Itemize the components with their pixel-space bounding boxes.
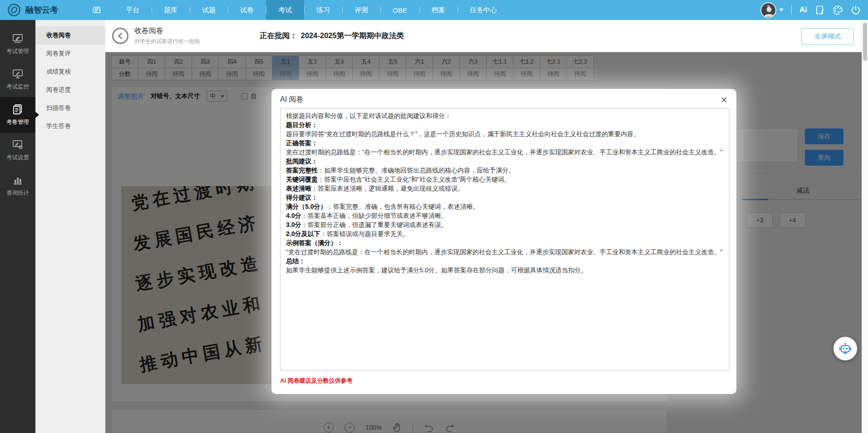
sidebar-item-label: 考试管理 [6,48,29,55]
nav-item[interactable]: 试题 [190,0,228,20]
sidebar-item-考卷管理[interactable]: 考卷管理 [0,97,35,133]
ai-suggestion-line: 答案完整性：如果学生能够完整、准确地回答出总路线的核心内容，应给予满分。 [286,166,724,175]
theme-palette-icon[interactable] [833,5,843,15]
nav-item[interactable]: 考试 [266,0,304,20]
brand-name: 融智云考 [25,5,58,15]
ai-suggestion-line: 根据题目内容和分值，以下是对该试题的批阅建议和得分： [286,111,724,120]
ai-assistant-icon[interactable]: Ai [799,5,807,15]
sidebar-item-考试管理[interactable]: 考试管理 [0,26,35,62]
primary-sidebar: 考试管理考试监控考卷管理考试设置查询统计 [0,20,35,433]
ai-suggestion-line: 满分（5.0分）：答案完整、准确，包含所有核心关键词，表述清晰。 [286,202,724,211]
ai-suggestion-line: 题目分析： [286,120,724,129]
ai-suggestion-line: 4.0分：答案基本正确，但缺少部分细节或表述不够清晰。 [286,211,724,220]
ai-suggestion-line: 示例答案（满分）： [286,238,724,247]
note-pen-icon[interactable] [815,5,825,15]
ai-suggestion-line: 关键词覆盖：答案中应包含“社会主义工业化”和“社会主义改造”两个核心关键词。 [286,175,724,184]
header-titles: 收卷阅卷 对学生的试卷进行统一批阅 [134,26,200,45]
nav-item[interactable]: 档案 [419,0,458,20]
ai-suggestion-line: “党在过渡时期的总路线是：在一个相当长的时期内，逐步实现国家的社会主义工业化，并… [286,247,724,256]
page-header: 收卷阅卷 对学生的试卷进行统一批阅 正在批阅： 2024-2025第一学期期中政… [105,20,868,52]
submenu-item-阅卷复评[interactable]: 阅卷复评 [35,44,105,63]
topbar-divider [791,5,792,15]
grading-exam-name: 2024-2025第一学期期中政法类 [301,31,404,41]
secondary-sidebar: 收卷阅卷阅卷复评成绩复核阅卷进度扫描答卷学生答卷 [35,20,105,433]
main-nav: 平台题库试题试卷考试练习评测OBE档案任务中心 [113,0,509,20]
logout-power-icon[interactable] [851,5,861,15]
back-button[interactable] [112,28,128,44]
avatar[interactable]: ? [760,2,776,18]
user-menu[interactable]: ? [760,2,784,18]
ai-robot-fab[interactable] [833,337,857,360]
paper-manage-icon [12,103,24,115]
ai-suggestion-line: 题目要求回答“党在过渡时期的总路线是什么？”，这是一个历史知识点，属于新民主主义… [286,129,724,138]
query-stats-icon [12,174,24,186]
ai-suggestion-line: 表述清晰：答案应表述清晰，逻辑通顺，避免出现歧义或错误。 [286,184,724,193]
ai-suggestion-line: 3.0分：答案部分正确，但遗漏了重要关键词或表述有误。 [286,220,724,229]
modal-title: AI 阅卷 [280,95,304,104]
submenu-item-扫描答卷[interactable]: 扫描答卷 [35,99,105,117]
fullscreen-button[interactable]: 全屏模式 [801,28,854,45]
sidebar-item-label: 考试设置 [6,154,29,162]
ai-suggestion-line: 正确答案： [286,138,724,148]
exam-manage-icon [12,33,24,44]
chevron-down-icon [779,9,784,11]
nav-item[interactable]: 评测 [342,0,380,20]
grading-label: 正在批阅： [260,31,297,41]
page-title: 收卷阅卷 [134,26,200,36]
brand-logo-icon [7,3,21,17]
ai-suggestion-line: 得分建议： [286,193,724,202]
close-icon[interactable]: × [721,95,727,104]
nav-item[interactable]: 试卷 [228,0,266,20]
nav-item[interactable]: OBE [380,0,419,20]
ai-suggestion-line: 2.0分及以下：答案错误或与题目要求无关。 [286,229,724,238]
scrollbar-thumb[interactable] [863,23,867,61]
ai-suggestion-line: 如果学生能够提供上述示例答案，建议给予满分5.0分。如果答案存在部分问题，可根据… [286,266,724,275]
current-grading: 正在批阅： 2024-2025第一学期期中政法类 [260,31,404,41]
sidebar-item-label: 考卷管理 [6,118,29,126]
submenu-item-成绩复核[interactable]: 成绩复核 [35,63,105,81]
submenu-item-学生答卷[interactable]: 学生答卷 [35,117,105,135]
nav-item[interactable]: 题库 [152,0,190,20]
sidebar-item-考试设置[interactable]: 考试设置 [0,133,35,168]
sidebar-item-查询统计[interactable]: 查询统计 [0,168,35,203]
topbar: 融智云考 平台题库试题试卷考试练习评测OBE档案任务中心 ? Ai [0,0,868,20]
sidebar-item-label: 考试监控 [6,83,29,91]
collapse-menu-icon[interactable] [93,6,101,14]
ai-suggestion-text[interactable]: 根据题目内容和分值，以下是对该试题的批阅建议和得分：题目分析：题目要求回答“党在… [280,108,730,370]
sidebar-item-label: 查询统计 [6,189,29,197]
exam-monitor-icon [12,68,24,80]
page-subtitle: 对学生的试卷进行统一批阅 [134,38,200,45]
ai-suggestion-line: 总结： [286,256,724,266]
ai-grading-modal: AI 阅卷 × 根据题目内容和分值，以下是对该试题的批阅建议和得分：题目分析：题… [271,89,736,394]
ai-disclaimer: AI 阅卷建议及分数仅供参考 [280,377,353,385]
submenu-item-阅卷进度[interactable]: 阅卷进度 [35,81,105,99]
nav-item[interactable]: 练习 [304,0,342,20]
nav-item[interactable]: 平台 [113,0,152,20]
ai-suggestion-line: 批阅建议： [286,157,724,166]
exam-settings-icon [12,139,24,151]
modal-header: AI 阅卷 × [271,89,736,104]
nav-item[interactable]: 任务中心 [458,0,509,20]
page-scrollbar[interactable] [862,20,868,433]
sidebar-item-考试监控[interactable]: 考试监控 [0,62,35,97]
ai-suggestion-line: 党在过渡时期的总路线是：“在一个相当长的时期内，逐步实现国家的社会主义工业化，并… [286,148,724,157]
brand: 融智云考 [0,3,81,17]
submenu-item-收卷阅卷[interactable]: 收卷阅卷 [35,26,105,44]
topbar-right: ? Ai [760,2,868,18]
